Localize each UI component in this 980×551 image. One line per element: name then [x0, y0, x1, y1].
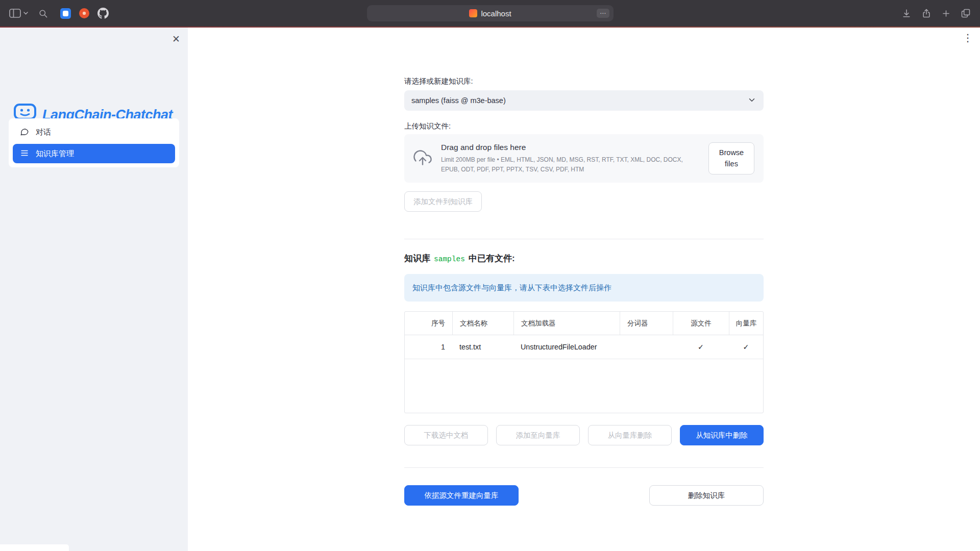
chevron-down-icon [23, 12, 28, 15]
divider [404, 239, 764, 239]
github-icon[interactable] [97, 8, 109, 19]
extensions-group [60, 8, 109, 19]
table-header-row: 序号 文档名称 文档加载器 分词器 源文件 向量库 [405, 312, 763, 335]
heading-suffix: 中已有文件: [469, 253, 515, 264]
plus-icon [941, 9, 951, 18]
toolbar-right-group [901, 0, 971, 27]
search-button[interactable] [38, 9, 48, 18]
file-dropzone[interactable]: Drag and drop files here Limit 200MB per… [404, 134, 764, 183]
table-header-vector-store[interactable]: 向量库 [729, 312, 763, 335]
kb-selectbox-value: samples (faiss @ m3e-base) [411, 96, 506, 105]
file-table: 序号 文档名称 文档加载器 分词器 源文件 向量库 1 test.txt Uns… [404, 311, 764, 413]
kb-selectbox[interactable]: samples (faiss @ m3e-base) [404, 90, 764, 111]
browse-files-button[interactable]: Browse files [708, 142, 754, 174]
cell-vector-store-check: ✓ [729, 335, 763, 359]
add-to-vector-store-button[interactable]: 添加至向量库 [496, 425, 580, 445]
cell-doc-name: test.txt [452, 335, 513, 359]
app-sidebar: ✕ LangChain-Chatchat 对话 [0, 28, 188, 551]
heading-prefix: 知识库 [404, 253, 430, 264]
info-message: 知识库中包含源文件与向量库，请从下表中选择文件后操作 [404, 274, 764, 302]
cell-splitter [620, 335, 673, 359]
url-text: localhost [481, 9, 511, 18]
site-favicon [469, 9, 477, 17]
table-row[interactable]: 1 test.txt UnstructuredFileLoader ✓ ✓ [405, 335, 763, 359]
upload-cloud-icon [413, 148, 432, 169]
rebuild-vector-store-button[interactable]: 依据源文件重建向量库 [404, 485, 519, 506]
table-header-index[interactable]: 序号 [405, 312, 452, 335]
dropzone-title: Drag and drop files here [441, 143, 699, 152]
blue-extension-icon[interactable] [60, 8, 71, 19]
delete-from-kb-button[interactable]: 从知识库中删除 [680, 425, 764, 445]
sidebar-item-dialogue[interactable]: 对话 [13, 122, 175, 142]
share-icon [921, 8, 932, 18]
share-button[interactable] [921, 8, 932, 18]
sidebar-close-button[interactable]: ✕ [172, 34, 180, 44]
new-tab-button[interactable] [941, 9, 951, 18]
app-menu-kebab-icon[interactable]: ⋮ [963, 33, 973, 43]
upload-files-label: 上传知识文件: [404, 121, 764, 131]
existing-files-heading: 知识库 samples 中已有文件: [404, 253, 764, 264]
divider [404, 467, 764, 468]
table-header-loader[interactable]: 文档加载器 [513, 312, 620, 335]
sidebar-item-kb-management[interactable]: 知识库管理 [13, 144, 175, 163]
downloads-button[interactable] [901, 8, 912, 18]
dropzone-text: Drag and drop files here Limit 200MB per… [441, 143, 699, 174]
add-files-to-kb-button[interactable]: 添加文件到知识库 [404, 191, 482, 212]
kb-bottom-actions: 依据源文件重建向量库 删除知识库 [404, 485, 764, 506]
browser-toolbar: localhost ⋯ [0, 0, 980, 27]
select-kb-label: 请选择或新建知识库: [404, 77, 764, 86]
table-header-splitter[interactable]: 分词器 [620, 312, 673, 335]
sidebar-item-label: 知识库管理 [36, 149, 74, 159]
tabs-icon [961, 8, 971, 18]
row-action-buttons: 下载选中文档 添加至向量库 从向量库删除 从知识库中删除 [404, 425, 764, 445]
tab-overview-button[interactable] [961, 8, 971, 18]
screen: localhost ⋯ [0, 0, 980, 551]
table-header-source-file[interactable]: 源文件 [673, 312, 729, 335]
cell-index: 1 [405, 335, 452, 359]
table-header-doc-name[interactable]: 文档名称 [452, 312, 513, 335]
delete-kb-button[interactable]: 删除知识库 [649, 485, 764, 506]
search-icon [38, 9, 48, 18]
cell-loader: UnstructuredFileLoader [513, 335, 620, 359]
kb-name-code: samples [434, 255, 465, 263]
address-bar[interactable]: localhost ⋯ [367, 5, 614, 21]
dropzone-limit-hint: Limit 200MB per file • EML, HTML, JSON, … [441, 155, 699, 174]
browser-status-strip [0, 544, 69, 551]
sidebar-item-label: 对话 [36, 128, 51, 137]
download-icon [901, 8, 912, 18]
kb-management-page: 请选择或新建知识库: samples (faiss @ m3e-base) 上传… [404, 28, 764, 506]
chat-bubble-icon [20, 127, 29, 138]
chevron-down-icon [747, 95, 756, 106]
cell-source-file-check: ✓ [673, 335, 729, 359]
toolbar-left-group [9, 0, 109, 27]
sidebar-toggle-button[interactable] [9, 9, 28, 18]
sidebar-icon [9, 9, 21, 18]
orange-extension-icon[interactable] [79, 8, 89, 18]
sidebar-menu: 对话 知识库管理 [9, 118, 179, 167]
page-options-button[interactable]: ⋯ [597, 9, 609, 18]
list-icon [20, 148, 29, 159]
delete-from-vector-store-button[interactable]: 从向量库删除 [588, 425, 672, 445]
download-selected-docs-button[interactable]: 下载选中文档 [404, 425, 488, 445]
